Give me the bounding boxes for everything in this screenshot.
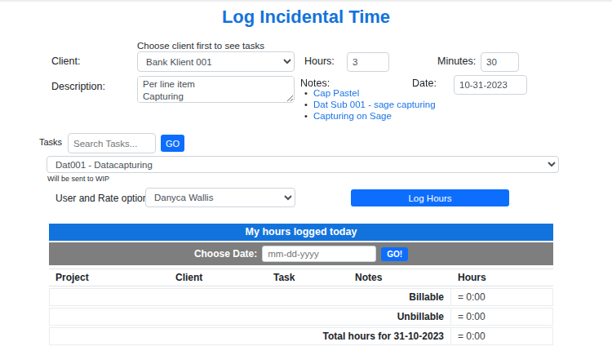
description-label: Description: <box>51 81 105 92</box>
table-row-billable: Billable = 0:00 <box>49 288 553 306</box>
billable-label: Billable <box>50 289 450 305</box>
column-header-hours: Hours <box>451 269 553 286</box>
column-header-task: Task <box>267 269 348 286</box>
total-hours-value: = 0:00 <box>450 328 552 344</box>
note-link-capturing-sage[interactable]: Capturing on Sage <box>313 111 392 121</box>
column-header-project: Project <box>49 269 169 286</box>
notes-list-item: Cap Pastel <box>304 87 436 99</box>
choose-date-bar: Choose Date: GO! <box>49 242 553 265</box>
choose-date-label: Choose Date: <box>194 248 257 260</box>
column-header-notes: Notes <box>348 269 451 286</box>
client-label: Client: <box>51 55 80 67</box>
notes-link-list: Cap Pastel Dat Sub 001 - sage capturing … <box>304 87 436 122</box>
tasks-label: Tasks <box>39 137 62 147</box>
task-search-input[interactable] <box>68 133 156 153</box>
client-select[interactable]: Bank Klient 001 <box>137 51 295 72</box>
task-select[interactable]: Dat001 - Datacapturing <box>47 156 559 173</box>
hours-label: Hours: <box>304 55 335 67</box>
client-hint-text: Choose client first to see tasks <box>137 41 264 51</box>
hours-logged-panel: My hours logged today Choose Date: GO! P… <box>49 224 553 345</box>
unbillable-value: = 0:00 <box>450 309 552 325</box>
user-rate-label: User and Rate options: <box>55 193 156 204</box>
description-textarea[interactable]: Per line item Capturing <box>137 76 295 103</box>
minutes-label: Minutes: <box>437 55 476 67</box>
hours-input[interactable] <box>347 52 389 72</box>
table-row-total: Total hours for 31-10-2023 = 0:00 <box>49 327 553 345</box>
log-hours-button[interactable]: Log Hours <box>351 189 509 206</box>
wip-note-text: Will be sent to WIP <box>47 175 109 183</box>
choose-date-go-button[interactable]: GO! <box>381 247 408 261</box>
table-row-unbillable: Unbillable = 0:00 <box>49 308 553 326</box>
notes-list-item: Dat Sub 001 - sage capturing <box>304 99 436 110</box>
page-title: Log Incidental Time <box>0 7 612 28</box>
hours-table-header-row: Project Client Task Notes Hours <box>49 269 553 286</box>
note-link-dat-sub[interactable]: Dat Sub 001 - sage capturing <box>313 100 436 109</box>
notes-list-item: Capturing on Sage <box>304 110 436 122</box>
minutes-input[interactable] <box>481 52 519 72</box>
date-input[interactable] <box>454 75 527 95</box>
unbillable-label: Unbillable <box>50 309 450 325</box>
column-header-client: Client <box>169 269 267 286</box>
hours-logged-header: My hours logged today <box>49 224 553 241</box>
task-search-go-button[interactable]: GO <box>161 135 184 152</box>
hours-table: Project Client Task Notes Hours Billable… <box>49 269 553 345</box>
note-link-cap-pastel[interactable]: Cap Pastel <box>313 88 359 98</box>
date-label: Date: <box>412 78 437 89</box>
total-hours-label: Total hours for 31-10-2023 <box>50 328 450 344</box>
user-rate-select[interactable]: Danyca Wallis <box>145 188 295 207</box>
billable-value: = 0:00 <box>450 289 552 305</box>
log-incidental-time-page: Log Incidental Time Choose client first … <box>0 0 612 364</box>
choose-date-input[interactable] <box>262 246 376 262</box>
